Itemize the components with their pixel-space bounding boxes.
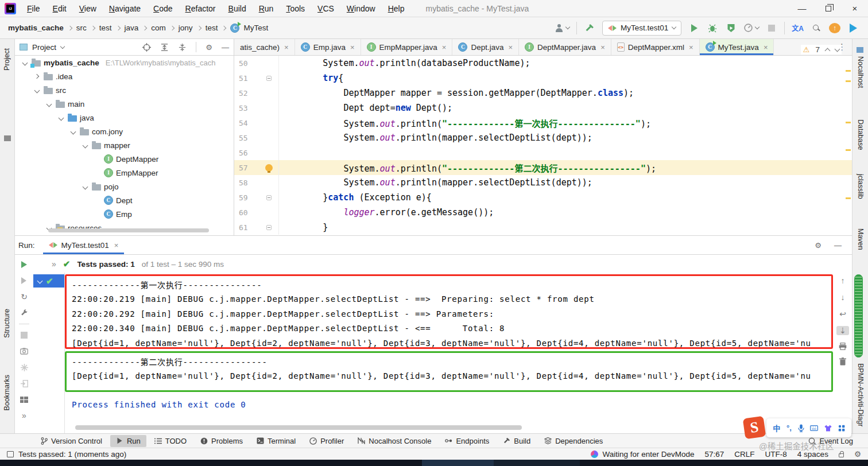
tool-stripe-maven[interactable]: Maven	[857, 228, 865, 250]
scroll-up-icon[interactable]: ↑	[841, 276, 845, 285]
upload-icon[interactable]: ↑	[829, 23, 840, 33]
tree-chevron-down-icon[interactable]	[81, 185, 89, 189]
tool-stripe-jclasslib[interactable]: jclasslib	[857, 174, 865, 199]
code-area[interactable]: 50 System.out.println(databaseProductNam…	[234, 56, 852, 235]
stop-icon[interactable]	[19, 330, 29, 340]
code-line-50[interactable]: 50 System.out.println(databaseProductNam…	[234, 56, 852, 71]
code-text[interactable]: System.out.println("-------------第二次执行--…	[281, 162, 656, 174]
test-tree-selected-row[interactable]: ✔	[33, 274, 64, 288]
menu-file[interactable]: File	[22, 2, 45, 15]
close-icon[interactable]: ×	[689, 43, 693, 52]
tree-item-java[interactable]: java	[15, 111, 234, 125]
translate-icon[interactable]: 文A	[792, 22, 804, 34]
menu-help[interactable]: Help	[383, 2, 410, 15]
ime-toolbox-icon[interactable]	[838, 425, 845, 432]
breadcrumb-item[interactable]: src	[76, 24, 87, 32]
breadcrumb-item[interactable]: java	[125, 24, 139, 32]
line-ending[interactable]: CRLF	[734, 450, 754, 459]
chevron-down-icon[interactable]	[37, 278, 43, 284]
ime-skin-icon[interactable]	[824, 425, 832, 432]
code-text[interactable]: DeptMapper mapper = session.getMapper(De…	[281, 88, 634, 98]
close-icon[interactable]: ×	[442, 43, 447, 52]
import-results-icon[interactable]	[19, 378, 29, 389]
close-icon[interactable]: ×	[114, 241, 119, 250]
tree-chevron-down-icon[interactable]	[33, 88, 41, 92]
run-console[interactable]: -------------第一次执行---------------22:00:2…	[65, 273, 834, 433]
toolwindow-nocalhost-console[interactable]: Nocalhost Console	[352, 435, 437, 447]
tree-item-Emp[interactable]: CEmp	[15, 207, 234, 221]
tree-chevron-down-icon[interactable]	[45, 102, 53, 106]
warning-stripe-mark[interactable]	[846, 149, 851, 151]
console-hscrollbar[interactable]	[75, 425, 522, 430]
tree-chevron-right-icon[interactable]	[33, 75, 41, 78]
ime-microphone-icon[interactable]	[798, 424, 804, 432]
tree-item-com-jony[interactable]: com.jony	[15, 125, 234, 138]
next-warning-icon[interactable]	[835, 46, 840, 52]
tree-item-main[interactable]: main	[15, 97, 234, 111]
tool-stripe-structure[interactable]: Structure	[3, 309, 11, 338]
test-settings-wrench-icon[interactable]	[19, 308, 29, 318]
code-text[interactable]: Dept dept=new Dept();	[281, 103, 452, 113]
menu-code[interactable]: Code	[148, 2, 177, 15]
tab-EmpMapper-java[interactable]: IEmpMapper.java×	[361, 39, 453, 55]
hide-panel-icon[interactable]: —	[222, 43, 229, 52]
tab-DeptMapper-xml[interactable]: <>DeptMapper.xml×	[611, 39, 700, 55]
stop-button[interactable]	[766, 22, 777, 34]
run-button[interactable]	[688, 22, 700, 34]
code-line-59[interactable]: 59 }catch (Exception e){	[234, 190, 852, 205]
close-icon[interactable]: ×	[764, 43, 768, 52]
user-profile-icon[interactable]	[555, 22, 569, 34]
code-line-55[interactable]: 55 System.out.println(mapper.selectDeptL…	[234, 130, 852, 145]
ime-chinese-mode[interactable]: 中	[773, 422, 780, 433]
status-message[interactable]: Tests passed: 1 (moments ago)	[7, 450, 126, 459]
folder-icon[interactable]	[4, 135, 11, 141]
plugin-play-icon[interactable]	[847, 22, 859, 34]
tree-item-EmpMapper[interactable]: IEmpMapper	[15, 166, 234, 180]
refresh-icon[interactable]: ↻	[19, 292, 29, 302]
menu-vcs[interactable]: VCS	[312, 2, 339, 15]
caret-position[interactable]: 57:67	[705, 450, 724, 459]
close-icon[interactable]: ×	[600, 43, 605, 52]
print-icon[interactable]	[839, 343, 847, 350]
nocalhost-icon[interactable]	[857, 47, 863, 53]
toolwindow-profiler[interactable]: Profiler	[304, 435, 350, 447]
close-icon[interactable]: ×	[508, 43, 513, 52]
settings-gear-icon[interactable]: ⚙	[854, 449, 861, 459]
sogou-logo-icon[interactable]: S	[743, 416, 766, 440]
snapshot-camera-icon[interactable]	[19, 346, 29, 356]
scroll-down-icon[interactable]: ↓	[841, 293, 845, 302]
menu-run[interactable]: Run	[254, 2, 279, 15]
breadcrumb-item[interactable]: jony	[179, 24, 193, 32]
close-icon[interactable]: ×	[284, 43, 289, 52]
tool-stripe-project[interactable]: Project	[3, 48, 11, 71]
code-line-60[interactable]: 60 logger.error(e.getMessage());	[234, 205, 852, 220]
code-line-51[interactable]: 51 try{	[234, 71, 852, 86]
code-line-53[interactable]: 53 Dept dept=new Dept();	[234, 100, 852, 115]
chevrons-icon[interactable]: »	[19, 410, 29, 421]
code-text[interactable]: System.out.println(databaseProductName);	[281, 58, 530, 68]
breadcrumb-item[interactable]: com	[151, 24, 166, 32]
tab-Dept-java[interactable]: CDept.java×	[452, 39, 519, 55]
warning-stripe-mark[interactable]	[846, 70, 851, 72]
debug-button[interactable]	[707, 22, 718, 34]
code-line-54[interactable]: 54 System.out.println("-------------第一次执…	[234, 115, 852, 130]
tree-item--idea[interactable]: .idea	[15, 69, 234, 83]
tree-chevron-down-icon[interactable]	[69, 130, 77, 134]
tool-stripe-bookmarks[interactable]: Bookmarks	[3, 375, 11, 411]
menu-refactor[interactable]: Refactor	[180, 2, 221, 15]
toolwindow-version-control[interactable]: Version Control	[34, 435, 108, 447]
rerun-failed-tests-icon[interactable]	[19, 275, 29, 286]
toolwindow-terminal[interactable]: Terminal	[251, 435, 301, 447]
lock-icon[interactable]	[839, 453, 844, 457]
locate-file-icon[interactable]	[142, 43, 151, 52]
menu-window[interactable]: Window	[342, 2, 381, 15]
chevrons-icon[interactable]: »	[52, 259, 56, 269]
code-line-58[interactable]: 58 System.out.println(mapper.selectDeptL…	[234, 175, 852, 190]
breadcrumb-item[interactable]: test	[99, 24, 112, 32]
toolwindow-endpoints[interactable]: Endpoints	[439, 435, 495, 447]
tab-MyTest-java[interactable]: CMyTest.java×	[700, 39, 774, 55]
breadcrumb-item[interactable]: test	[206, 24, 218, 32]
close-button[interactable]: ×	[842, 0, 868, 17]
code-line-61[interactable]: 61 }	[234, 220, 852, 235]
toolwindow-todo[interactable]: TODO	[149, 435, 192, 447]
